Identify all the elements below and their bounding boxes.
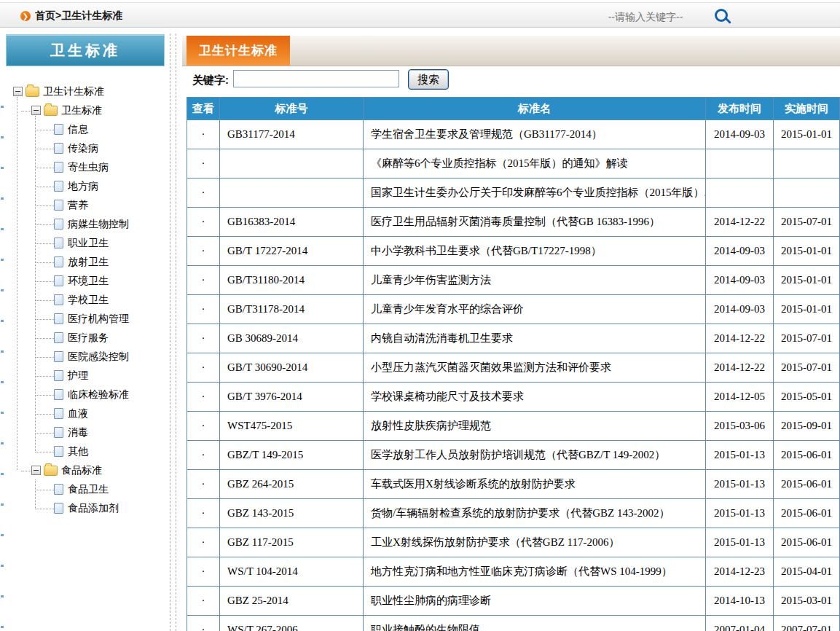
tree-node[interactable]: 职业卫生 xyxy=(6,233,168,252)
tree-node-label[interactable]: 传染病 xyxy=(68,141,98,155)
table-row: ·WS/T 104-2014地方性克汀病和地方性亚临床克汀病诊断（代替WS 10… xyxy=(187,557,840,587)
tree-node-label[interactable]: 营养 xyxy=(68,198,88,212)
tree-node[interactable]: 寄生虫病 xyxy=(6,157,168,176)
tree-node-label[interactable]: 医院感染控制 xyxy=(68,350,129,364)
standard-name-cell[interactable]: 车载式医用X射线诊断系统的放射防护要求 xyxy=(364,470,706,499)
tree-node[interactable]: 其他 xyxy=(6,442,168,460)
tree-node-label[interactable]: 医疗机构管理 xyxy=(68,312,129,326)
tree-node-label[interactable]: 病媒生物控制 xyxy=(68,217,129,231)
tree-node-label[interactable]: 卫生标准 xyxy=(61,103,102,117)
top-search xyxy=(589,7,732,26)
tree-node[interactable]: 消毒 xyxy=(6,423,168,442)
tree-node-label[interactable]: 血液 xyxy=(68,407,88,420)
tree-node[interactable]: 医疗机构管理 xyxy=(6,309,168,328)
standard-name-cell[interactable]: 内镜自动清洗消毒机卫生要求 xyxy=(364,324,706,353)
view-link[interactable]: · xyxy=(187,295,220,324)
tree-node-label[interactable]: 护理 xyxy=(68,369,88,383)
expand-toggle-icon[interactable] xyxy=(13,87,23,96)
standard-number-cell: GBZ 117-2015 xyxy=(220,528,364,557)
view-link[interactable]: · xyxy=(187,441,220,470)
keyword-input[interactable] xyxy=(233,70,399,87)
standard-name-cell[interactable]: 中小学教科书卫生要求（代替GB/T17227-1998） xyxy=(364,237,706,266)
standard-name-cell[interactable]: 学校课桌椅功能尺寸及技术要求 xyxy=(364,383,706,412)
standard-name-cell[interactable]: 学生宿舍卫生要求及管理规范（GB31177-2014） xyxy=(364,120,706,149)
tree-node[interactable]: 卫生计生标准 xyxy=(6,82,168,101)
view-link[interactable]: · xyxy=(187,383,220,412)
tree-node[interactable]: 食品添加剂 xyxy=(6,498,168,517)
tree-node-label[interactable]: 消毒 xyxy=(68,426,88,439)
search-button[interactable]: 搜索 xyxy=(408,69,449,90)
tree-node[interactable]: 传染病 xyxy=(6,138,168,157)
tree-node[interactable]: 信息 xyxy=(6,119,168,138)
standard-name-cell[interactable]: 职业性尘肺病的病理诊断 xyxy=(364,587,706,616)
tree-node[interactable]: 环境卫生 xyxy=(6,271,168,290)
standard-name-cell[interactable]: 小型压力蒸汽灭菌器灭菌效果监测方法和评价要求 xyxy=(364,353,706,383)
document-icon xyxy=(54,124,63,135)
view-link[interactable]: · xyxy=(187,616,220,631)
standard-name-cell[interactable]: 放射性皮肤疾病护理规范 xyxy=(364,412,706,441)
tree-node-label[interactable]: 食品标准 xyxy=(61,463,102,477)
view-link[interactable]: · xyxy=(187,179,220,208)
tree-node[interactable]: 卫生标准 xyxy=(6,101,168,119)
expand-toggle-icon[interactable] xyxy=(31,466,41,475)
tree-node-label[interactable]: 食品卫生 xyxy=(68,482,109,496)
view-link[interactable]: · xyxy=(187,528,220,557)
view-link[interactable]: · xyxy=(187,353,220,383)
standard-name-cell[interactable]: 工业X射线探伤放射防护要求（代替GBZ 117-2006） xyxy=(364,528,706,557)
tree-node-label[interactable]: 医疗服务 xyxy=(68,331,109,345)
view-link[interactable]: · xyxy=(187,266,220,295)
tree-node[interactable]: 食品标准 xyxy=(6,460,168,479)
standard-name-cell[interactable]: 医疗卫生用品辐射灭菌消毒质量控制（代替GB 16383-1996） xyxy=(364,208,706,237)
breadcrumb[interactable]: ❯ 首页>卫生计生标准 xyxy=(20,9,122,23)
expand-toggle-icon[interactable] xyxy=(31,106,41,115)
standard-number-cell: GBZ 25-2014 xyxy=(220,587,364,616)
tree-node[interactable]: 营养 xyxy=(6,195,168,214)
standard-name-cell[interactable]: 国家卫生计生委办公厅关于印发麻醉等6个专业质控指标（2015年版）... xyxy=(364,179,706,208)
tab-health-standards[interactable]: 卫生计生标准 xyxy=(187,36,290,66)
tree-node-label[interactable]: 地方病 xyxy=(68,179,98,193)
tree-node[interactable]: 血液 xyxy=(6,404,168,423)
standard-number-cell xyxy=(220,179,364,208)
view-link[interactable]: · xyxy=(187,120,220,149)
tree-node[interactable]: 地方病 xyxy=(6,176,168,195)
view-link[interactable]: · xyxy=(187,499,220,528)
view-link[interactable]: · xyxy=(187,470,220,499)
tree-node[interactable]: 医疗服务 xyxy=(6,328,168,347)
view-link[interactable]: · xyxy=(187,208,220,237)
standard-name-cell[interactable]: 货物/车辆辐射检查系统的放射防护要求（代替GBZ 143-2002） xyxy=(364,499,706,528)
standard-name-cell[interactable]: 儿童青少年发育水平的综合评价 xyxy=(364,295,706,324)
view-link[interactable]: · xyxy=(187,149,220,179)
tree-node-label[interactable]: 放射卫生 xyxy=(68,255,109,269)
tree-node-label[interactable]: 职业卫生 xyxy=(68,236,109,250)
tree-node-label[interactable]: 寄生虫病 xyxy=(68,160,109,174)
view-link[interactable]: · xyxy=(187,237,220,266)
tree-node[interactable]: 护理 xyxy=(6,366,168,385)
standard-name-cell[interactable]: 医学放射工作人员放射防护培训规范（代替GBZ/T 149-2002） xyxy=(364,441,706,470)
tree-node[interactable]: 临床检验标准 xyxy=(6,385,168,404)
view-link[interactable]: · xyxy=(187,587,220,616)
view-link[interactable]: · xyxy=(187,412,220,441)
tree-node-label[interactable]: 食品添加剂 xyxy=(68,501,119,515)
standard-name-cell[interactable]: 职业接触酚的生物限值 xyxy=(364,616,706,631)
standard-name-cell[interactable]: 儿童青少年伤害监测方法 xyxy=(364,266,706,295)
tree-node-label[interactable]: 临床检验标准 xyxy=(68,388,129,401)
tree-node-label[interactable]: 环境卫生 xyxy=(68,274,109,288)
top-search-input[interactable] xyxy=(589,10,702,23)
tree-node-label[interactable]: 其他 xyxy=(68,444,88,458)
standard-name-cell[interactable]: 地方性克汀病和地方性亚临床克汀病诊断（代替WS 104-1999） xyxy=(364,557,706,587)
breadcrumb-text[interactable]: 首页>卫生计生标准 xyxy=(35,9,122,23)
tree-node[interactable]: 食品卫生 xyxy=(6,479,168,498)
publish-date-cell: 2007-01-04 xyxy=(706,616,774,631)
search-icon[interactable] xyxy=(713,7,732,26)
tree-node[interactable]: 医院感染控制 xyxy=(6,347,168,366)
view-link[interactable]: · xyxy=(187,324,220,353)
tree-node[interactable]: 学校卫生 xyxy=(6,290,168,309)
standard-number-cell: GB/T 3976-2014 xyxy=(220,383,364,412)
tree-node-label[interactable]: 卫生计生标准 xyxy=(43,85,104,98)
standard-name-cell[interactable]: 《麻醉等6个专业质控指标（2015年版）的通知》解读 xyxy=(364,149,706,179)
view-link[interactable]: · xyxy=(187,557,220,587)
tree-node-label[interactable]: 学校卫生 xyxy=(68,293,109,307)
tree-node-label[interactable]: 信息 xyxy=(68,122,88,136)
tree-node[interactable]: 病媒生物控制 xyxy=(6,214,168,233)
tree-node[interactable]: 放射卫生 xyxy=(6,252,168,271)
